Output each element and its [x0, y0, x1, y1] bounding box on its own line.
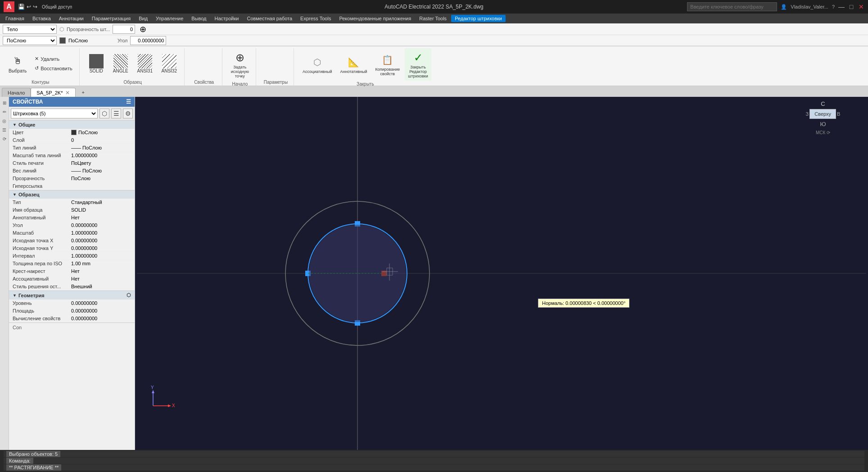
- tab-new[interactable]: +: [76, 88, 90, 97]
- panel-title: СВОЙСТВА ☰: [9, 97, 135, 107]
- prop-level: Уровень 0.00000000: [9, 300, 135, 307]
- left-rail: ⊞ ✏ ◎ ☰ ⟳: [0, 97, 9, 450]
- ribbon: Тело ⬡ Прозрачность шт... ⊕ ПоСлою ПоСло…: [0, 23, 868, 86]
- prop-origin-y: Исходная точка Y 0.00000000: [9, 245, 135, 252]
- panel-icon-toggle[interactable]: ⬡: [99, 109, 109, 118]
- expand-icon[interactable]: ⬡: [127, 292, 131, 298]
- menu-item-raster[interactable]: Raster Tools: [416, 15, 450, 22]
- prop-assoc: Ассоциативный Нет: [9, 275, 135, 283]
- panel-icon-list[interactable]: ☰: [111, 109, 121, 118]
- delete-icon: ✕: [35, 56, 39, 62]
- menu-item-control[interactable]: Управление: [152, 15, 187, 22]
- menu-item-hatch[interactable]: Редактор штриховки: [451, 15, 506, 22]
- menu-item-express[interactable]: Express Tools: [297, 15, 335, 22]
- tab-document[interactable]: SA_5P_2K* ✕: [31, 88, 76, 97]
- panel-menu-icon[interactable]: ☰: [126, 99, 131, 105]
- prop-area: Площадь 0.00000000: [9, 307, 135, 315]
- menu-item-output[interactable]: Вывод: [188, 15, 210, 22]
- maximize-btn[interactable]: □: [848, 4, 854, 10]
- search-input[interactable]: [687, 2, 777, 11]
- angle-btn[interactable]: ANGLE: [109, 52, 132, 76]
- panel-icon-config[interactable]: ⚙: [123, 109, 133, 118]
- color-swatch: [59, 37, 66, 44]
- rail-btn-2[interactable]: ✏: [0, 108, 9, 116]
- menu-item-vstavka[interactable]: Вставка: [29, 15, 54, 22]
- transparency-input[interactable]: [113, 25, 135, 34]
- body-select[interactable]: Тело: [3, 25, 57, 34]
- assoc-icon: ⬡: [310, 55, 325, 69]
- ansi32-icon: [162, 54, 176, 68]
- section-sample-header[interactable]: ▼ Образец: [9, 191, 135, 199]
- menu-item-collab[interactable]: Совместная работа: [243, 15, 296, 22]
- svg-marker-19: [152, 390, 154, 393]
- copy-props-btn[interactable]: 📋 Копированиесвойств: [372, 50, 403, 78]
- minimize-btn[interactable]: —: [838, 4, 845, 10]
- restore-btn[interactable]: ↺ Восстановить: [32, 64, 75, 73]
- app-logo: A: [4, 1, 14, 12]
- prop-hyperlink: Гиперссылка: [9, 182, 135, 190]
- close-btn[interactable]: ✕: [858, 4, 864, 10]
- select-btn[interactable]: 🖱 Выбрать: [5, 52, 30, 76]
- hatch-selector[interactable]: Штриховка (5): [11, 109, 98, 118]
- section-general: ▼ Общие Цвет ПоСлою Слой 0 Тип линий —— …: [9, 121, 135, 191]
- view-cube-top-btn[interactable]: Сверху: [809, 109, 836, 119]
- tab-start[interactable]: Начало: [2, 88, 31, 97]
- menu-item-annotations[interactable]: Аннотации: [55, 15, 87, 22]
- section-geometry: ▼ Геометрия ⬡ Уровень 0.00000000 Площадь…: [9, 291, 135, 323]
- close-hatch-icon: ✓: [411, 50, 425, 65]
- shared-icon[interactable]: Общий доступ: [42, 5, 72, 9]
- ribbon-group-close: ⬡ Ассоциативный 📐 Аннотативный 📋 Копиров…: [296, 48, 435, 86]
- solid-icon: [89, 54, 104, 68]
- prop-interval: Интервал 1.00000000: [9, 252, 135, 260]
- command-area: Выбрано объектов: 5 Команда: ** РАСТЯГИВ…: [0, 450, 868, 472]
- drawing-svg: [135, 97, 868, 450]
- solid-btn[interactable]: SOLID: [85, 52, 108, 76]
- menu-item-parametrization[interactable]: Параметризация: [88, 15, 134, 22]
- close-hatch-btn[interactable]: ✓ ЗакрытьРедакторштриховки: [405, 48, 431, 81]
- prop-lineweight: Вес линий —— ПоСлою: [9, 167, 135, 175]
- annot-icon: 📐: [346, 55, 361, 69]
- view-cube: С З Сверху В Ю МСК ⟳: [800, 100, 845, 136]
- assoc-btn[interactable]: ⬡ Ассоциативный: [299, 53, 335, 76]
- cmd-line-1: Выбрано объектов: 5: [4, 451, 864, 457]
- menu-item-settings[interactable]: Настройки: [211, 15, 243, 22]
- redo-icon[interactable]: ↪: [33, 4, 37, 10]
- ansi31-btn[interactable]: ANSI31: [134, 52, 156, 76]
- prop-style: Стиль решения ост... Внешний: [9, 283, 135, 290]
- prop-sample-name: Имя образца SOLID: [9, 206, 135, 214]
- angle-input[interactable]: [130, 36, 166, 45]
- menu-item-glavnaya[interactable]: Главная: [2, 15, 28, 22]
- viewport[interactable]: [—][Сверху][2D-каркас]: [135, 97, 868, 450]
- quick-save-icon[interactable]: 💾: [18, 4, 25, 10]
- origin-icon[interactable]: ⊕: [140, 24, 146, 34]
- delete-btn[interactable]: ✕ Удалить: [32, 54, 75, 63]
- undo-icon[interactable]: ↩: [27, 4, 31, 10]
- menu-item-view[interactable]: Вид: [135, 15, 151, 22]
- section-geometry-header[interactable]: ▼ Геометрия ⬡: [9, 291, 135, 300]
- set-origin-icon: ⊕: [233, 50, 247, 65]
- set-origin-btn[interactable]: ⊕ Задатьисходнуюточку: [228, 48, 252, 81]
- prop-crosshatch: Крест-накрест Нет: [9, 268, 135, 275]
- rail-btn-1[interactable]: ⊞: [0, 99, 9, 107]
- section-general-header[interactable]: ▼ Общие: [9, 121, 135, 129]
- rail-btn-3[interactable]: ◎: [0, 117, 9, 125]
- angle-label: Угол: [118, 38, 128, 43]
- rail-btn-4[interactable]: ☰: [0, 126, 9, 134]
- help-icon[interactable]: ?: [832, 4, 835, 9]
- annot-btn[interactable]: 📐 Аннотативный: [337, 53, 370, 76]
- color-select[interactable]: ПоСлою: [3, 36, 57, 45]
- color-box: [71, 130, 77, 135]
- color-name: ПоСлою: [68, 38, 88, 43]
- view-cube-yu: Ю: [820, 121, 826, 127]
- prop-linescale: Масштаб типа линий 1.00000000: [9, 152, 135, 159]
- tab-close-icon[interactable]: ✕: [65, 90, 70, 96]
- rail-btn-5[interactable]: ⟳: [0, 135, 9, 143]
- ucs-icon: Y X: [149, 386, 176, 414]
- prop-layer: Слой 0: [9, 136, 135, 144]
- menu-item-recommended[interactable]: Рекомендованные приложения: [335, 15, 415, 22]
- prop-transparency: Прозрачность ПоСлою: [9, 175, 135, 182]
- angle-icon: [113, 54, 128, 68]
- restore-icon: ↺: [35, 65, 39, 71]
- ansi32-btn[interactable]: ANSI32: [158, 52, 181, 76]
- username: Vladislav_Valer...: [791, 4, 828, 9]
